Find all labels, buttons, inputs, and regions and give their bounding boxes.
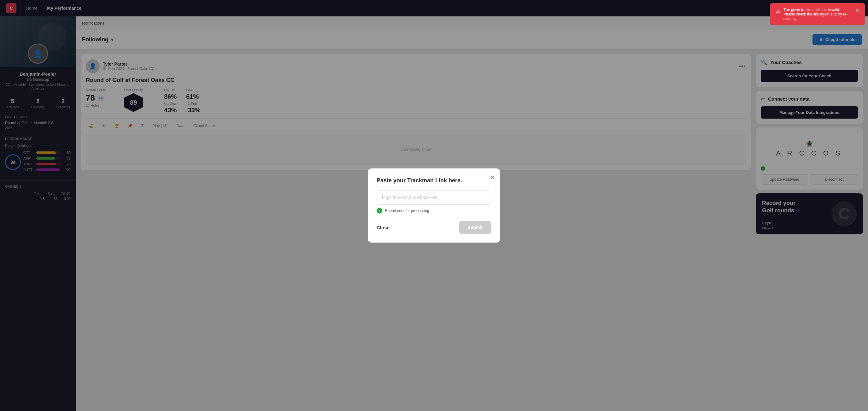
error-toast: ⚠ The given trackman link is invalid. Pl… — [770, 3, 865, 25]
modal-title: Paste your Trackman Link here. — [377, 177, 491, 184]
modal-success-message: ✓ Report sent for processing — [377, 208, 491, 214]
trackman-modal: Paste your Trackman Link here. ✕ ✓ Repor… — [368, 168, 500, 243]
error-toast-message: The given trackman link is invalid. Plea… — [783, 7, 852, 21]
modal-close-icon[interactable]: ✕ — [490, 173, 495, 181]
success-check-icon: ✓ — [377, 208, 382, 214]
error-toast-close[interactable]: ✕ — [855, 7, 859, 13]
warning-icon: ⚠ — [776, 8, 780, 14]
modal-submit-button[interactable]: Submit — [459, 221, 491, 234]
modal-close-button[interactable]: Close — [377, 225, 390, 230]
trackman-link-input[interactable] — [377, 190, 491, 205]
modal-footer: Close Submit — [377, 221, 491, 234]
modal-overlay: Paste your Trackman Link here. ✕ ✓ Repor… — [0, 0, 868, 411]
